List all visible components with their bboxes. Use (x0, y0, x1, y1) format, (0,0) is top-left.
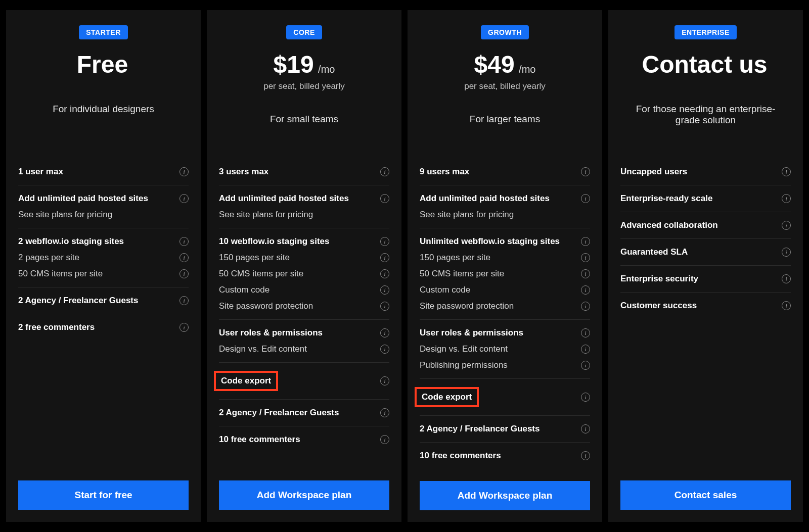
info-icon[interactable]: i (782, 194, 791, 203)
feature-group: Advanced collaborationi (620, 212, 791, 238)
feature-list: 9 users maxiAdd unlimited paid hosted si… (420, 159, 590, 469)
feature-label: Publishing permissions (420, 360, 508, 370)
feature-group: Guaranteed SLAi (620, 238, 791, 265)
info-icon[interactable]: i (380, 302, 389, 311)
info-icon[interactable]: i (581, 237, 590, 246)
price-suffix: /mo (318, 64, 335, 75)
feature-label: 10 free commenters (219, 434, 300, 445)
info-icon[interactable]: i (179, 194, 189, 203)
feature-group: Unlimited webflow.io staging sitesi150 p… (420, 228, 590, 319)
add-workspace-plan-button[interactable]: Add Workspace plan (420, 481, 590, 510)
info-icon[interactable]: i (581, 194, 590, 203)
feature-label: 150 pages per site (219, 253, 290, 263)
feature-group: Enterprise securityi (620, 265, 791, 292)
info-icon[interactable]: i (179, 237, 189, 246)
feature-label: 9 users max (420, 167, 469, 177)
feature-group: User roles & permissionsiDesign vs. Edit… (420, 319, 590, 378)
start-for-free-button[interactable]: Start for free (18, 480, 189, 510)
feature-label: Custom code (219, 285, 269, 295)
info-icon[interactable]: i (179, 269, 189, 278)
info-icon[interactable]: i (380, 345, 389, 354)
feature-label: 50 CMS items per site (219, 269, 303, 279)
feature-row: 2 Agency / Freelancer Guestsi (18, 293, 189, 309)
feature-label: User roles & permissions (420, 328, 523, 338)
info-icon[interactable]: i (581, 361, 590, 370)
feature-group: 2 free commentersi (18, 314, 189, 341)
add-workspace-plan-button[interactable]: Add Workspace plan (219, 480, 389, 510)
info-icon[interactable]: i (179, 253, 189, 262)
feature-label: Enterprise-ready scale (620, 194, 712, 204)
feature-label: Add unlimited paid hosted sites (18, 194, 148, 204)
plan-header: STARTER Free For individual designers (18, 22, 189, 159)
info-icon[interactable]: i (581, 328, 590, 337)
plan-billing: per seat, billed yearly (464, 81, 546, 91)
feature-row: 1 user maxi (18, 164, 189, 180)
plan-subtitle: For larger teams (470, 114, 540, 125)
info-icon[interactable]: i (581, 345, 590, 354)
info-icon[interactable]: i (782, 248, 791, 257)
feature-label: Uncapped users (620, 167, 687, 177)
feature-group: User roles & permissionsiDesign vs. Edit… (219, 319, 389, 362)
contact-sales-button[interactable]: Contact sales (620, 480, 791, 510)
feature-row: Uncapped usersi (620, 164, 791, 180)
feature-row: Guaranteed SLAi (620, 244, 791, 260)
feature-row: Design vs. Edit contenti (420, 341, 590, 357)
info-icon[interactable]: i (380, 408, 389, 417)
plan-enterprise: ENTERPRISE Contact us For those needing … (608, 10, 803, 522)
feature-row: See site plans for pricing (18, 207, 189, 223)
info-icon[interactable]: i (179, 296, 189, 305)
feature-row: 150 pages per sitei (420, 250, 590, 266)
feature-row: Code exporti (219, 368, 389, 394)
info-icon[interactable]: i (179, 167, 189, 176)
feature-label: Advanced collaboration (620, 220, 718, 230)
feature-group: Customer successi (620, 292, 791, 319)
info-icon[interactable]: i (581, 451, 590, 460)
feature-label: 50 CMS items per site (18, 269, 103, 279)
info-icon[interactable]: i (581, 302, 590, 311)
feature-label: See site plans for pricing (219, 210, 313, 220)
info-icon[interactable]: i (581, 285, 590, 295)
feature-label: 2 webflow.io staging sites (18, 236, 124, 247)
feature-row: 50 CMS items per sitei (420, 266, 590, 282)
feature-row: See site plans for pricing (219, 207, 389, 223)
feature-row: 10 free commentersi (219, 431, 389, 448)
info-icon[interactable]: i (782, 221, 791, 230)
feature-label: Site password protection (219, 301, 313, 311)
price-main: Free (77, 51, 128, 78)
plan-growth: GROWTH $49 /mo per seat, billed yearly F… (408, 10, 602, 522)
info-icon[interactable]: i (581, 393, 590, 402)
info-icon[interactable]: i (782, 274, 791, 283)
info-icon[interactable]: i (380, 194, 389, 203)
feature-label: Unlimited webflow.io staging sites (420, 236, 560, 247)
info-icon[interactable]: i (380, 167, 389, 176)
feature-label: Code export (422, 392, 472, 402)
info-icon[interactable]: i (581, 269, 590, 278)
feature-label: Code export (221, 376, 271, 385)
info-icon[interactable]: i (380, 328, 389, 337)
info-icon[interactable]: i (581, 167, 590, 176)
feature-label: Enterprise security (620, 274, 698, 284)
feature-row: 2 Agency / Freelancer Guestsi (219, 405, 389, 421)
info-icon[interactable]: i (782, 301, 791, 310)
info-icon[interactable]: i (179, 323, 189, 332)
feature-label: Design vs. Edit content (219, 344, 307, 354)
info-icon[interactable]: i (380, 237, 389, 246)
feature-group: Add unlimited paid hosted sitesiSee site… (18, 185, 189, 228)
info-icon[interactable]: i (782, 167, 791, 176)
info-icon[interactable]: i (581, 424, 590, 433)
feature-row: 2 Agency / Freelancer Guestsi (420, 421, 590, 437)
feature-row: Add unlimited paid hosted sitesi (18, 190, 189, 207)
info-icon[interactable]: i (380, 435, 389, 444)
plan-starter: STARTER Free For individual designers 1 … (6, 10, 201, 522)
info-icon[interactable]: i (380, 269, 389, 278)
feature-row: Custom codei (219, 282, 389, 298)
highlight-box: Code export (214, 371, 278, 391)
feature-row: Site password protectioni (420, 298, 590, 314)
info-icon[interactable]: i (581, 253, 590, 262)
info-icon[interactable]: i (380, 376, 389, 385)
info-icon[interactable]: i (380, 285, 389, 295)
feature-label: Customer success (620, 301, 697, 311)
feature-group: 2 Agency / Freelancer Guestsi (18, 287, 189, 314)
feature-row: 3 users maxi (219, 164, 389, 180)
info-icon[interactable]: i (380, 253, 389, 262)
